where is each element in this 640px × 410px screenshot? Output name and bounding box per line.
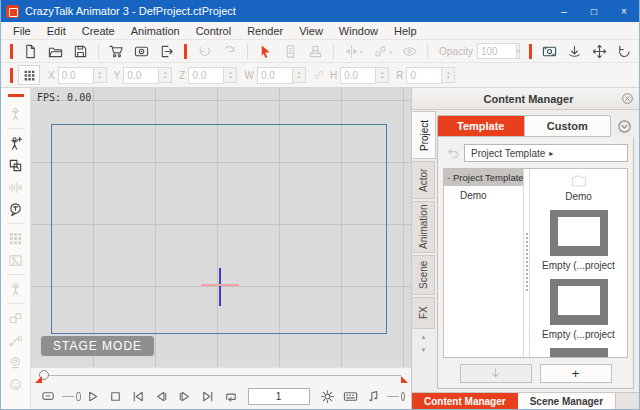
stop-button[interactable] xyxy=(104,389,127,404)
panel-close-button[interactable] xyxy=(621,92,634,105)
stage-viewport[interactable]: FPS: 0.00 STAGE MODE xyxy=(31,88,411,367)
y-input[interactable] xyxy=(123,67,159,84)
apply-down-button[interactable] xyxy=(460,364,532,383)
tree-root-node[interactable]: - Project Template xyxy=(444,169,523,186)
create-actor-icon[interactable] xyxy=(8,136,23,151)
menu-file[interactable]: File xyxy=(5,22,39,40)
motion-icon[interactable] xyxy=(8,180,23,195)
save-project-button[interactable] xyxy=(68,42,93,61)
opacity-spinner[interactable]: ▾ xyxy=(517,43,521,59)
audio-button[interactable] xyxy=(362,389,385,404)
redo-button[interactable] xyxy=(217,42,242,61)
flip-button[interactable]: ▾ xyxy=(339,42,368,61)
volume-slider-track[interactable] xyxy=(387,396,399,397)
project-thumbnail[interactable] xyxy=(550,279,608,325)
item-label[interactable]: Empty (...project xyxy=(542,329,615,340)
spin-down-icon[interactable]: ▾ xyxy=(517,49,520,54)
x-input[interactable] xyxy=(58,67,94,84)
item-label[interactable]: Demo xyxy=(565,191,592,202)
face-puppet-icon[interactable] xyxy=(8,377,23,392)
tab-template[interactable]: Template xyxy=(437,115,524,137)
back-button[interactable] xyxy=(445,146,460,161)
collapse-bubble-button[interactable] xyxy=(37,389,60,404)
tree-item-demo[interactable]: Demo xyxy=(444,186,523,201)
opacity-input[interactable] xyxy=(477,43,517,59)
tab-scroll-up-icon[interactable]: ▲ xyxy=(412,330,435,343)
props-icon[interactable] xyxy=(8,231,23,246)
render-preview-button[interactable] xyxy=(129,42,154,61)
webcam-icon[interactable] xyxy=(8,355,23,370)
next-frame-button[interactable] xyxy=(173,389,196,404)
shapes-icon[interactable] xyxy=(8,311,23,326)
project-thumbnail-partial[interactable] xyxy=(550,348,608,357)
timeline-track[interactable] xyxy=(45,375,401,376)
tab-content-manager[interactable]: Content Manager xyxy=(412,393,518,409)
tab-actor[interactable]: Actor xyxy=(412,161,435,199)
visibility-button[interactable] xyxy=(397,42,422,61)
h-input[interactable] xyxy=(340,67,376,84)
add-content-button[interactable]: + xyxy=(540,364,612,383)
menu-animation[interactable]: Animation xyxy=(123,22,188,40)
menu-edit[interactable]: Edit xyxy=(39,22,74,40)
motion-path-icon[interactable] xyxy=(8,333,23,348)
content-store-button[interactable] xyxy=(104,42,129,61)
collapse-panel-chevron-icon[interactable] xyxy=(617,119,632,134)
maximize-button[interactable]: □ xyxy=(579,0,609,22)
spin-down-icon[interactable]: ▾ xyxy=(98,75,101,80)
tab-scroll-down-icon[interactable]: ▼ xyxy=(412,343,435,356)
export-button[interactable] xyxy=(154,42,179,61)
spin-down-icon[interactable]: ▾ xyxy=(447,75,450,80)
text-bubble-icon[interactable] xyxy=(8,202,23,217)
hotkey-panel-button[interactable] xyxy=(339,389,362,404)
tab-scene[interactable]: Scene xyxy=(412,255,435,295)
z-input[interactable] xyxy=(188,67,224,84)
image-frame-icon[interactable] xyxy=(8,253,23,268)
minimize-button[interactable]: – xyxy=(549,0,579,22)
transform-grid-button[interactable] xyxy=(18,65,40,85)
composer-icon[interactable] xyxy=(8,158,23,173)
template-path-dropdown[interactable]: Project Template ▸ xyxy=(464,144,628,162)
spin-down-icon[interactable]: ▾ xyxy=(229,75,232,80)
collapse-icon[interactable]: - xyxy=(447,173,450,183)
tab-animation[interactable]: Animation xyxy=(412,201,435,253)
pan-button[interactable] xyxy=(587,42,612,61)
volume-slider-knob[interactable] xyxy=(401,392,405,401)
rotate-button[interactable] xyxy=(612,42,637,61)
range-start-marker[interactable] xyxy=(35,376,42,383)
play-button[interactable] xyxy=(81,389,104,404)
copy-button[interactable] xyxy=(278,42,303,61)
menu-window[interactable]: Window xyxy=(331,22,386,40)
w-input[interactable] xyxy=(257,67,293,84)
flip-caret-icon[interactable]: ▾ xyxy=(360,48,363,55)
anchor-button[interactable] xyxy=(562,42,587,61)
character-icon[interactable] xyxy=(8,282,23,297)
paste-button[interactable] xyxy=(303,42,328,61)
previous-frame-button[interactable] xyxy=(150,389,173,404)
project-thumbnail[interactable] xyxy=(550,210,608,256)
w-spinner[interactable]: ▴▾ xyxy=(293,67,306,83)
folder-thumbnail-icon[interactable] xyxy=(555,175,603,187)
tab-fx[interactable]: FX xyxy=(412,297,435,329)
h-spinner[interactable]: ▴▾ xyxy=(376,67,389,83)
menu-view[interactable]: View xyxy=(291,22,331,40)
menu-render[interactable]: Render xyxy=(239,22,291,40)
new-project-button[interactable] xyxy=(18,42,43,61)
actor-icon[interactable] xyxy=(8,107,23,122)
last-frame-button[interactable] xyxy=(196,389,219,404)
current-frame-input[interactable] xyxy=(248,388,310,405)
spin-down-icon[interactable]: ▾ xyxy=(381,75,384,80)
r-input[interactable] xyxy=(406,67,442,84)
tab-project[interactable]: Project xyxy=(412,111,436,159)
menu-help[interactable]: Help xyxy=(386,22,425,40)
bubble-slider-track[interactable] xyxy=(62,396,74,397)
y-spinner[interactable]: ▴▾ xyxy=(159,67,172,83)
r-spinner[interactable]: ▴▾ xyxy=(442,67,455,83)
spin-down-icon[interactable]: ▾ xyxy=(298,75,301,80)
link-caret-icon[interactable]: ▾ xyxy=(389,48,392,55)
menu-create[interactable]: Create xyxy=(74,22,123,40)
tab-custom[interactable]: Custom xyxy=(524,115,612,137)
camera-view-button[interactable] xyxy=(537,42,562,61)
link-button[interactable]: ▾ xyxy=(368,42,397,61)
spin-down-icon[interactable]: ▾ xyxy=(164,75,167,80)
playback-settings-button[interactable] xyxy=(316,389,339,404)
